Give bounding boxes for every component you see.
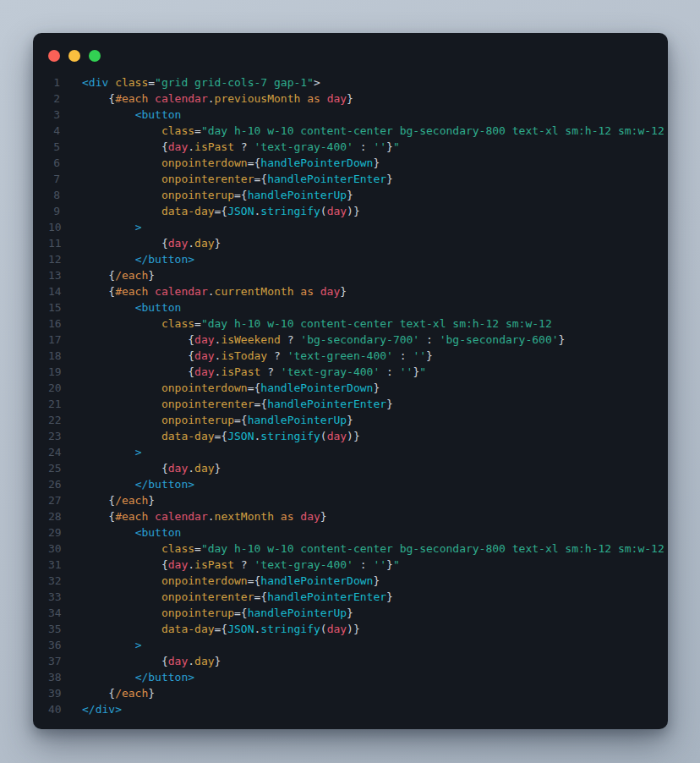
token-punc: } — [373, 574, 380, 587]
line-number: 6 — [48, 155, 60, 171]
token-punc: } — [373, 156, 380, 169]
code-line: 39 {/each} — [48, 685, 658, 701]
code-text: class="day h-10 w-10 content-center text… — [82, 316, 552, 332]
line-number: 32 — [48, 573, 60, 589]
token-plain — [380, 365, 386, 378]
maximize-button[interactable] — [89, 50, 101, 62]
token-plain — [82, 462, 161, 475]
token-fn: stringify — [260, 205, 320, 217]
token-var: day — [327, 430, 347, 442]
token-punc: ? — [241, 140, 248, 153]
code-line: 40</div> — [48, 701, 658, 717]
token-plain — [82, 92, 108, 105]
code-text: {day.day} — [82, 235, 221, 251]
line-number: 22 — [48, 412, 60, 428]
token-plain — [148, 285, 155, 298]
code-text: <button — [82, 107, 181, 123]
code-line: 2 {#each calendar.previousMonth as day} — [48, 91, 658, 107]
token-plain — [82, 510, 108, 523]
token-str: " — [393, 558, 400, 571]
token-punc: . — [208, 285, 215, 298]
code-line: 30 class="day h-10 w-10 content-center b… — [48, 541, 658, 557]
token-punc: ? — [241, 558, 248, 571]
minimize-button[interactable] — [68, 50, 80, 62]
token-fn: handlePointerDown — [260, 156, 373, 169]
line-number: 38 — [48, 669, 60, 685]
code-text: {day.isPast ? 'text-gray-400' : ''}" — [82, 557, 400, 573]
code-line: 15 <button — [48, 299, 658, 316]
token-attr: class — [161, 542, 194, 555]
token-punc: } — [386, 398, 393, 410]
token-var: day — [168, 655, 188, 667]
token-plain — [353, 140, 360, 153]
token-plain — [82, 639, 135, 651]
code-line: 38 </button> — [48, 669, 658, 685]
token-punc: ={ — [248, 382, 261, 394]
token-fn: stringify — [260, 623, 320, 635]
token-str: " — [393, 140, 400, 153]
code-text: onpointerup={handlePointerUp} — [82, 412, 353, 428]
token-plain — [300, 92, 307, 105]
token-punc: { — [108, 92, 115, 105]
token-attr: data-day — [161, 430, 215, 442]
token-plain — [82, 607, 161, 619]
window-titlebar — [33, 33, 668, 62]
line-number: 23 — [48, 428, 60, 444]
token-attr: onpointerenter — [161, 590, 254, 603]
token-fn: handlePointerUp — [248, 414, 347, 426]
token-var: day — [300, 510, 320, 523]
line-number: 10 — [48, 219, 60, 235]
token-plain — [82, 574, 161, 587]
token-attr: data-day — [161, 205, 215, 217]
token-plain — [82, 205, 161, 217]
token-attr: onpointerdown — [161, 574, 248, 587]
token-punc: } — [347, 414, 353, 426]
token-punc: } — [320, 510, 327, 523]
token-tag: <button — [135, 526, 182, 539]
code-line: 14 {#each calendar.currentMonth as day} — [48, 283, 658, 299]
token-punc: )} — [347, 205, 360, 217]
token-plain — [82, 558, 161, 571]
token-prop: day — [194, 655, 214, 667]
code-text: onpointerup={handlePointerUp} — [82, 605, 353, 621]
token-plain — [82, 301, 135, 314]
token-punc: . — [188, 140, 194, 153]
token-punc: } — [386, 590, 393, 603]
token-punc: { — [161, 655, 168, 667]
token-plain — [82, 269, 108, 282]
token-str: 'bg-secondary-600' — [440, 333, 559, 346]
token-prop: day — [194, 237, 214, 250]
token-punc: { — [188, 349, 194, 362]
code-line: 35 data-day={JSON.stringify(day)} — [48, 621, 658, 637]
code-line: 13 {/each} — [48, 267, 658, 283]
code-line: 1<div class="grid grid-cols-7 gap-1"> — [48, 74, 658, 91]
token-plain — [82, 430, 161, 442]
token-var: day — [194, 333, 214, 346]
line-number: 40 — [48, 701, 60, 717]
line-number: 11 — [48, 235, 60, 251]
line-number: 3 — [48, 107, 60, 123]
code-line: 16 class="day h-10 w-10 content-center t… — [48, 316, 658, 332]
code-line: 29 <button — [48, 524, 658, 541]
token-str: 'bg-secondary-700' — [300, 333, 419, 346]
token-plain — [82, 494, 108, 507]
token-plain — [248, 140, 254, 153]
token-punc: . — [208, 510, 215, 523]
token-prop: isPast — [194, 558, 234, 571]
token-attr: class — [115, 76, 148, 89]
code-line: 22 onpointerup={handlePointerUp} — [48, 412, 658, 428]
token-punc: } — [386, 140, 393, 153]
code-text: <button — [82, 524, 181, 541]
token-var: day — [168, 462, 188, 475]
token-punc: } — [373, 382, 380, 394]
code-text: onpointerenter={handlePointerEnter} — [82, 396, 393, 412]
line-number: 14 — [48, 283, 60, 299]
token-plain — [82, 285, 108, 298]
token-punc: ={ — [234, 607, 248, 619]
code-text: onpointerdown={handlePointerDown} — [82, 573, 380, 589]
code-text: </div> — [82, 701, 122, 717]
token-str: '' — [413, 349, 426, 362]
close-button[interactable] — [48, 50, 60, 62]
code-line: 17 {day.isWeekend ? 'bg-secondary-700' :… — [48, 332, 658, 348]
code-line: 19 {day.isPast ? 'text-gray-400' : ''}" — [48, 364, 658, 380]
